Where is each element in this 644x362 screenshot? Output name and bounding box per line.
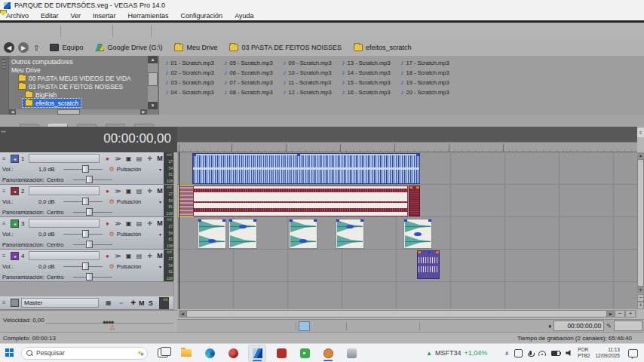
- track-grip-icon[interactable]: ≡: [2, 188, 8, 195]
- chevron-down-icon[interactable]: ▾: [159, 264, 161, 269]
- language-indicator[interactable]: PORPTB2: [578, 347, 590, 359]
- render-as-button[interactable]: [29, 24, 43, 38]
- tree-item[interactable]: efeitos_scratch: [23, 99, 81, 107]
- breadcrumb-item[interactable]: Meu Drive: [174, 44, 217, 51]
- track-header[interactable]: ≡ ◂ 2 ● ≫ ▣ ▤ ✛ M S Vol.: 0,0 dB ⚙ Pulsa…: [0, 185, 173, 217]
- audio-event-track4[interactable]: [417, 250, 440, 279]
- volume-slider[interactable]: [63, 262, 103, 270]
- track-fx-button[interactable]: ▣: [124, 155, 133, 162]
- automation-mode[interactable]: Pulsación: [117, 231, 142, 238]
- file-item[interactable]: ♪ 08 - Scratch.mp3: [224, 87, 283, 97]
- bus-assign-button[interactable]: ▤: [135, 253, 143, 259]
- record-button[interactable]: [180, 321, 192, 331]
- track-header[interactable]: ≡ ◂ 4 ● ≫ ▣ ▤ ✛ M S Vol.: 0,0 dB ⚙ Pulsa…: [0, 250, 173, 282]
- toolbar-separator[interactable]: [151, 25, 157, 37]
- toolbar-separator[interactable]: [60, 25, 66, 37]
- gray-app-icon[interactable]: [343, 345, 360, 361]
- volume-value[interactable]: 0,0 dB: [16, 231, 55, 238]
- track-fx-button[interactable]: ▣: [124, 253, 133, 259]
- track-name-field[interactable]: [29, 219, 100, 228]
- track-name-field[interactable]: [29, 154, 100, 163]
- back-button[interactable]: ◀: [4, 42, 14, 53]
- input-routing-button[interactable]: ≫: [114, 188, 122, 195]
- mute-button[interactable]: M: [156, 187, 164, 195]
- up-one-level-button[interactable]: ⇧: [33, 44, 39, 52]
- file-item[interactable]: ♪ 05 - Scratch.mp3: [224, 58, 283, 68]
- audio-event-track2-start[interactable]: [179, 186, 193, 216]
- pan-slider[interactable]: [73, 241, 112, 248]
- file-item[interactable]: ♪ 04 - Scratch.mp3: [165, 87, 224, 97]
- project-properties-button[interactable]: [43, 24, 57, 38]
- master-fx-button[interactable]: ▦: [106, 299, 112, 306]
- track-header[interactable]: ≡ ◂ 1 ● ≫ ▣ ▤ ✛ M S Vol.: 1,0 dB ⚙ Pulsa…: [0, 152, 173, 185]
- time-ruler[interactable]: [177, 142, 637, 152]
- copy-button[interactable]: [81, 24, 95, 38]
- transport-separator[interactable]: [419, 322, 420, 330]
- pan-mode-button[interactable]: ✛: [146, 253, 154, 259]
- scroll-up-arrow[interactable]: ▲: [637, 152, 644, 159]
- scrollbar-thumb[interactable]: [148, 72, 158, 86]
- undo-button[interactable]: [120, 24, 133, 38]
- transport-separator[interactable]: [296, 322, 296, 330]
- tree-horizontal-scrollbar[interactable]: ◀ ▶: [9, 109, 147, 115]
- automation-gear-icon[interactable]: ⚙: [109, 263, 115, 270]
- volume-slider[interactable]: [63, 230, 103, 238]
- pan-mode-button[interactable]: ✛: [146, 155, 154, 162]
- pan-slider[interactable]: [73, 273, 112, 281]
- copilot-icon[interactable]: ✦: [136, 349, 143, 357]
- audio-event-track3[interactable]: [336, 219, 364, 249]
- vegas-pro-taskbar-icon[interactable]: [248, 345, 266, 362]
- zoom-in-button[interactable]: +: [625, 310, 636, 318]
- timeline[interactable]: [177, 152, 637, 309]
- file-item[interactable]: ♪ 10 - Scratch.mp3: [283, 68, 342, 78]
- file-item[interactable]: ♪ 14 - Scratch.mp3: [342, 68, 400, 78]
- insert-marker-button[interactable]: [422, 321, 434, 331]
- file-item[interactable]: ♪ 15 - Scratch.mp3: [342, 78, 400, 87]
- go-to-start-button[interactable]: [248, 321, 259, 331]
- next-frame-button[interactable]: [282, 321, 293, 331]
- zoom-out-button[interactable]: −: [615, 310, 625, 318]
- pause-button[interactable]: [225, 321, 237, 331]
- help-button[interactable]: [172, 24, 186, 38]
- file-item[interactable]: ♪ 16 - Scratch.mp3: [342, 87, 400, 97]
- file-item[interactable]: ♪ 09 - Scratch.mp3: [283, 58, 342, 68]
- file-item[interactable]: ♪ 03 - Scratch.mp3: [165, 78, 224, 87]
- mute-button[interactable]: M: [156, 219, 164, 227]
- loop-playback-button[interactable]: [192, 321, 203, 331]
- automation-gear-icon[interactable]: ⚙: [109, 198, 115, 205]
- scroll-down-arrow[interactable]: ▼: [637, 287, 644, 293]
- trim-start-button[interactable]: [360, 321, 372, 331]
- record-arm-button[interactable]: ●: [103, 220, 112, 227]
- interactive-tutorials-button[interactable]: [158, 24, 172, 38]
- volume-slider[interactable]: [63, 198, 103, 205]
- volume-value[interactable]: 0,0 dB: [16, 198, 55, 205]
- menu-item[interactable]: Herramientas: [122, 12, 175, 20]
- marker-pin-icon[interactable]: ♦: [548, 323, 551, 330]
- master-mute-button[interactable]: M: [138, 299, 145, 307]
- breadcrumb-item[interactable]: Equipo: [50, 44, 83, 51]
- bus-assign-button[interactable]: ▤: [135, 155, 143, 162]
- tray-app-icon[interactable]: [514, 349, 523, 357]
- scroll-right-arrow[interactable]: ▶: [140, 109, 147, 115]
- input-routing-button[interactable]: ≫: [114, 220, 122, 227]
- master-solo-button[interactable]: S: [147, 299, 154, 307]
- file-explorer-icon[interactable]: [178, 345, 195, 361]
- tree-item[interactable]: Outros computadores: [9, 57, 75, 66]
- go-to-end-button[interactable]: [259, 321, 271, 331]
- track-fx-button[interactable]: ▣: [124, 220, 133, 227]
- zoom-out-vertical-button[interactable]: −: [637, 294, 644, 302]
- file-item[interactable]: ♪ 02 - Scratch.mp3: [165, 68, 224, 78]
- breadcrumb-item[interactable]: Google Drive (G:\): [95, 44, 162, 51]
- insert-command-button[interactable]: [445, 321, 456, 331]
- volume-icon[interactable]: [566, 350, 572, 357]
- scrollbar-thumb[interactable]: [186, 310, 607, 318]
- scroll-down-arrow[interactable]: ▼: [148, 102, 158, 109]
- track-grip-icon[interactable]: ≡: [2, 253, 8, 259]
- master-bus-header[interactable]: ≡ Master ▦ ⇔ ✚ M S -Inf.: [0, 296, 173, 310]
- scrollbar-thumb[interactable]: [637, 159, 644, 287]
- tree-item[interactable]: 00 PASTA MEUS VIDEOS DE VIDA: [16, 74, 133, 82]
- file-item[interactable]: ♪ 06 - Scratch.mp3: [224, 68, 283, 78]
- lock-event-button[interactable]: [406, 321, 417, 331]
- chevron-down-icon[interactable]: ▾: [159, 167, 161, 172]
- timeline-vertical-scrollbar[interactable]: ▲ ▼ − +: [637, 152, 644, 309]
